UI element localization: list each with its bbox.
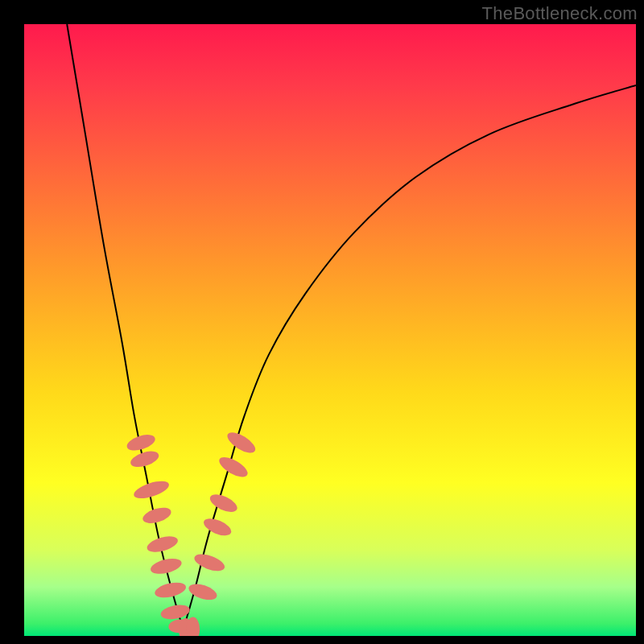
- chart-frame: TheBottleneck.com: [0, 0, 644, 644]
- curves-svg: [24, 24, 636, 636]
- right-curve: [184, 85, 636, 630]
- data-marker: [192, 551, 227, 574]
- data-marker: [201, 515, 233, 539]
- data-marker: [225, 428, 258, 456]
- plot-area: [24, 24, 636, 636]
- data-marker: [208, 491, 240, 516]
- markers-group: [125, 428, 258, 636]
- data-marker: [141, 505, 173, 526]
- watermark-text: TheBottleneck.com: [482, 3, 638, 24]
- data-marker: [149, 555, 183, 576]
- data-marker: [217, 453, 251, 481]
